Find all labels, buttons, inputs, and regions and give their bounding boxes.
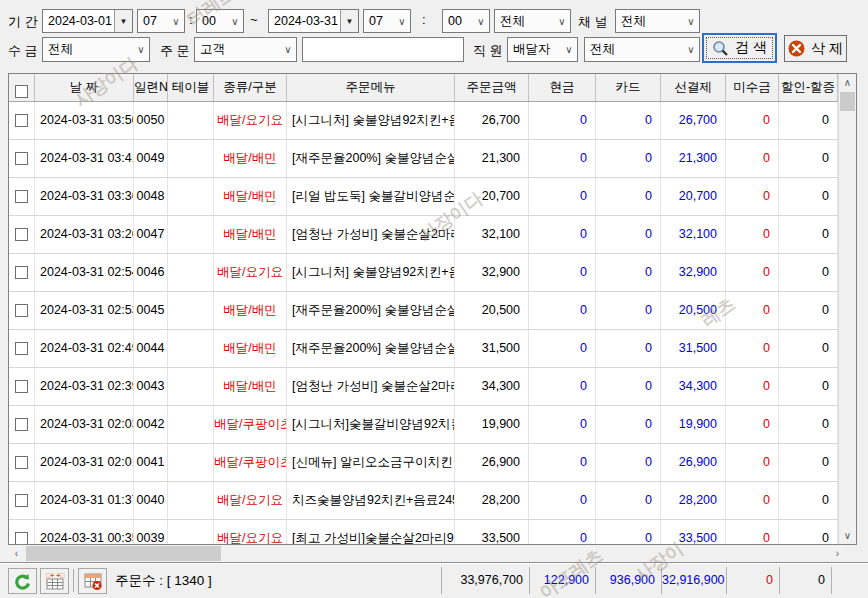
cell-unpaid: 0 <box>726 254 779 291</box>
row-checkbox[interactable] <box>15 380 28 393</box>
cell-card: 0 <box>596 330 661 367</box>
scroll-down-icon[interactable]: ∨ <box>839 527 856 544</box>
date-to-value: 2024-03-31 <box>269 14 340 28</box>
cell-date: 2024-03-31 01:37 <box>35 482 134 519</box>
cell-unpaid: 0 <box>726 330 779 367</box>
col-header-card[interactable]: 카드 <box>596 74 661 101</box>
row-checkbox[interactable] <box>15 418 28 431</box>
cell-card: 0 <box>596 178 661 215</box>
cell-menu: [재주문율200%] 숯불양념순살 <box>287 330 455 367</box>
table-add-button[interactable]: □+ +□ <box>40 568 69 594</box>
delete-button[interactable]: 삭 제 <box>784 35 847 62</box>
status-bar: □+ +□ 주문수 : [ 1340 ] 33,976,700 122,90 <box>0 562 868 598</box>
cell-date: 2024-03-31 02:53 <box>35 292 134 329</box>
scroll-left-icon[interactable]: ‹ <box>8 545 25 562</box>
col-header-prepaid[interactable]: 선결제 <box>661 74 726 101</box>
table-row[interactable]: 2024-03-31 02:39 0043 배달/배민 [엄청난 가성비] 숯불… <box>9 368 856 406</box>
calendar-dropdown-icon[interactable]: ▼ <box>340 10 358 32</box>
row-checkbox-cell <box>9 216 35 253</box>
cell-prepaid: 26,700 <box>661 102 726 139</box>
select-all-checkbox[interactable] <box>15 85 28 98</box>
refresh-button[interactable] <box>8 568 37 594</box>
cell-prepaid: 20,700 <box>661 178 726 215</box>
row-checkbox[interactable] <box>15 190 28 203</box>
horizontal-scroll-thumb[interactable] <box>26 546 221 561</box>
table-row[interactable]: 2024-03-31 02:54 0046 배달/요기요 [시그니처] 숯불양념… <box>9 254 856 292</box>
row-checkbox[interactable] <box>15 456 28 469</box>
cell-amount: 32,900 <box>455 254 529 291</box>
row-checkbox[interactable] <box>15 114 28 127</box>
table-row[interactable]: 2024-03-31 03:41 0049 배달/배민 [재주문율200%] 숯… <box>9 140 856 178</box>
status-filter-select[interactable]: 전체 ∨ <box>494 9 571 33</box>
table-row[interactable]: 2024-03-31 02:49 0044 배달/배민 [재주문율200%] 숯… <box>9 330 856 368</box>
cell-serial: 0046 <box>134 254 168 291</box>
search-button[interactable]: 검 색 <box>702 33 777 63</box>
vertical-scroll-thumb[interactable] <box>840 92 855 111</box>
row-checkbox[interactable] <box>15 494 28 507</box>
vertical-scrollbar[interactable]: ∧ ∨ <box>838 74 856 544</box>
channel-filter-select[interactable]: 전체 ∨ <box>615 9 700 33</box>
table-row[interactable]: 2024-03-31 00:35 0039 배달/요기요 [최고 가성비]숯불순… <box>9 520 856 545</box>
employee-filter-select[interactable]: 전체 ∨ <box>584 37 700 62</box>
cell-table <box>168 482 214 519</box>
total-cash: 122,900 <box>529 567 595 594</box>
table-row[interactable]: 2024-03-31 01:37 0040 배달/요기요 치즈숯불양념92치킨+… <box>9 482 856 520</box>
cell-serial: 0040 <box>134 482 168 519</box>
col-header-date[interactable]: 날 짜 <box>35 74 134 101</box>
cell-menu: [최고 가성비]숯불순살2마리9 <box>287 520 455 545</box>
table-row[interactable]: 2024-03-31 03:26 0047 배달/배민 [엄청난 가성비] 숯불… <box>9 216 856 254</box>
cell-menu: [엄청난 가성비] 숯불순살2마리 <box>287 216 455 253</box>
minute-from-select[interactable]: 00 ∨ <box>196 9 244 33</box>
row-checkbox[interactable] <box>15 304 28 317</box>
table-delete-button[interactable] <box>78 568 107 594</box>
table-row[interactable]: 2024-03-31 03:50 0050 배달/요기요 [시그니처] 숯불양념… <box>9 102 856 140</box>
search-input[interactable] <box>302 37 464 62</box>
cell-discount: 0 <box>779 292 838 329</box>
cell-amount: 21,300 <box>455 140 529 177</box>
cell-type: 배달/요기요 <box>214 102 287 139</box>
col-header-menu[interactable]: 주문메뉴 <box>287 74 455 101</box>
row-checkbox[interactable] <box>15 532 28 545</box>
cell-unpaid: 0 <box>726 102 779 139</box>
chevron-down-icon: ∨ <box>227 16 243 27</box>
cell-table <box>168 368 214 405</box>
cell-table <box>168 254 214 291</box>
table-row[interactable]: 2024-03-31 02:03 0042 배달/쿠팡이츠 [시그니처]숯불갈비… <box>9 406 856 444</box>
row-checkbox[interactable] <box>15 152 28 165</box>
cell-menu: [리얼 밥도둑] 숯불갈비양념순살 <box>287 178 455 215</box>
cell-prepaid: 31,500 <box>661 330 726 367</box>
row-checkbox[interactable] <box>15 342 28 355</box>
cell-menu: [엄청난 가성비] 숯불순살2마리 <box>287 368 455 405</box>
table-row[interactable]: 2024-03-31 03:36 0048 배달/배민 [리얼 밥도둑] 숯불갈… <box>9 178 856 216</box>
cell-discount: 0 <box>779 444 838 481</box>
date-to-picker[interactable]: 2024-03-31 ▼ <box>268 9 359 33</box>
col-header-serial[interactable]: 일련N <box>134 74 168 101</box>
channel-label: 채 널 <box>578 13 608 31</box>
col-header-amount[interactable]: 주문금액 <box>455 74 529 101</box>
horizontal-scrollbar[interactable]: ‹ › <box>8 545 846 562</box>
cell-card: 0 <box>596 444 661 481</box>
row-checkbox[interactable] <box>15 228 28 241</box>
date-from-picker[interactable]: 2024-03-01 ▼ <box>42 9 133 33</box>
col-header-discount[interactable]: 할인-할증 <box>779 74 838 101</box>
hour-from-select[interactable]: 07 ∨ <box>137 9 185 33</box>
scroll-up-icon[interactable]: ∧ <box>839 74 856 91</box>
col-header-type[interactable]: 종류/구분 <box>214 74 287 101</box>
chevron-down-icon: ∨ <box>473 16 489 27</box>
order-filter-select[interactable]: 고객 ∨ <box>194 37 297 62</box>
chevron-down-icon: ∨ <box>683 44 699 55</box>
row-checkbox[interactable] <box>15 266 28 279</box>
col-header-unpaid[interactable]: 미수금 <box>726 74 779 101</box>
calendar-dropdown-icon[interactable]: ▼ <box>114 10 132 32</box>
row-checkbox-cell <box>9 482 35 519</box>
table-row[interactable]: 2024-03-31 02:01 0041 배달/쿠팡이츠 [신메뉴] 알리오소… <box>9 444 856 482</box>
hour-to-select[interactable]: 07 ∨ <box>363 9 411 33</box>
scroll-right-icon[interactable]: › <box>829 545 846 562</box>
cell-prepaid: 26,900 <box>661 444 726 481</box>
collection-filter-select[interactable]: 전체 ∨ <box>42 37 150 62</box>
col-header-table[interactable]: 테이블 <box>168 74 214 101</box>
col-header-cash[interactable]: 현금 <box>529 74 596 101</box>
table-row[interactable]: 2024-03-31 02:53 0045 배달/배민 [재주문율200%] 숯… <box>9 292 856 330</box>
minute-to-select[interactable]: 00 ∨ <box>442 9 490 33</box>
employee-type-select[interactable]: 배달자 ∨ <box>507 37 578 62</box>
